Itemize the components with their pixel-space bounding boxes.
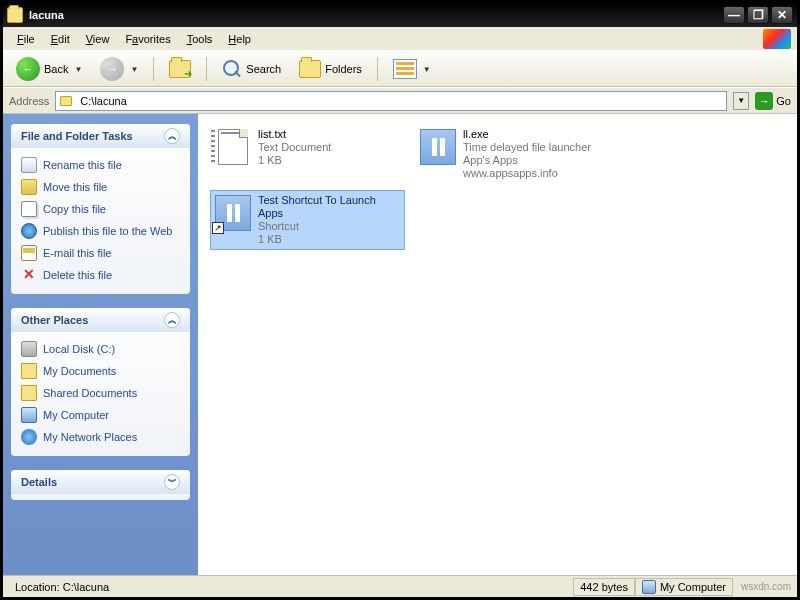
file-type: Time delayed file launcher bbox=[463, 141, 606, 154]
place-label: Local Disk (C:) bbox=[43, 343, 115, 355]
go-label: Go bbox=[776, 95, 791, 107]
menu-favorites[interactable]: Favorites bbox=[117, 31, 178, 47]
file-tasks-panel: File and Folder Tasks ︽ Rename this file… bbox=[11, 124, 190, 294]
folder-icon bbox=[7, 7, 23, 23]
separator bbox=[153, 57, 154, 81]
folder-icon bbox=[60, 96, 72, 106]
menu-tools[interactable]: Tools bbox=[179, 31, 221, 47]
file-item-selected[interactable]: ↗ Test Shortcut To Launch Apps Shortcut … bbox=[210, 190, 405, 250]
place-label: My Network Places bbox=[43, 431, 137, 443]
menu-view[interactable]: View bbox=[78, 31, 118, 47]
search-icon bbox=[222, 59, 242, 79]
go-button[interactable]: → Go bbox=[755, 92, 791, 110]
task-label: Rename this file bbox=[43, 159, 122, 171]
file-tasks-header[interactable]: File and Folder Tasks ︽ bbox=[11, 124, 190, 148]
envelope-icon bbox=[21, 245, 37, 261]
place-label: My Computer bbox=[43, 409, 109, 421]
file-size: 1 KB bbox=[258, 154, 331, 167]
collapse-icon[interactable]: ︽ bbox=[164, 312, 180, 328]
file-size: 1 KB bbox=[258, 233, 401, 246]
maximize-button[interactable]: ❐ bbox=[747, 6, 769, 24]
expand-icon[interactable]: ︾ bbox=[164, 474, 180, 490]
minimize-button[interactable]: — bbox=[723, 6, 745, 24]
views-icon bbox=[393, 59, 417, 79]
task-publish[interactable]: Publish this file to the Web bbox=[21, 220, 180, 242]
search-button[interactable]: Search bbox=[215, 55, 288, 83]
task-move[interactable]: Move this file bbox=[21, 176, 180, 198]
status-location: Location: C:\lacuna bbox=[9, 578, 573, 596]
status-bar: Location: C:\lacuna 442 bytes My Compute… bbox=[3, 575, 797, 597]
move-icon bbox=[21, 179, 37, 195]
task-label: Move this file bbox=[43, 181, 107, 193]
forward-arrow-icon: → bbox=[100, 57, 124, 81]
file-type: Shortcut bbox=[258, 220, 401, 233]
file-tasks-title: File and Folder Tasks bbox=[21, 130, 133, 142]
address-bar: Address ▼ → Go bbox=[3, 87, 797, 113]
back-label: Back bbox=[44, 63, 68, 75]
task-email[interactable]: E-mail this file bbox=[21, 242, 180, 264]
close-button[interactable]: ✕ bbox=[771, 6, 793, 24]
views-button[interactable]: ▼ bbox=[386, 55, 438, 83]
application-icon bbox=[419, 128, 457, 166]
file-info: App's Apps www.appsapps.info bbox=[463, 154, 606, 180]
globe-icon bbox=[21, 223, 37, 239]
task-copy[interactable]: Copy this file bbox=[21, 198, 180, 220]
address-dropdown-button[interactable]: ▼ bbox=[733, 92, 749, 110]
details-title: Details bbox=[21, 476, 57, 488]
folder-up-icon bbox=[169, 60, 191, 78]
back-button[interactable]: ← Back ▼ bbox=[9, 53, 89, 85]
folders-icon bbox=[299, 60, 321, 78]
place-shared-documents[interactable]: Shared Documents bbox=[21, 382, 180, 404]
folder-icon bbox=[21, 363, 37, 379]
task-rename[interactable]: Rename this file bbox=[21, 154, 180, 176]
status-zone-label: My Computer bbox=[660, 581, 726, 593]
place-my-network[interactable]: My Network Places bbox=[21, 426, 180, 448]
menu-file[interactable]: FFileile bbox=[9, 31, 43, 47]
place-label: Shared Documents bbox=[43, 387, 137, 399]
file-type: Text Document bbox=[258, 141, 331, 154]
task-label: Copy this file bbox=[43, 203, 106, 215]
folders-button[interactable]: Folders bbox=[292, 56, 369, 82]
file-item[interactable]: list.txt Text Document 1 KB bbox=[210, 124, 405, 184]
file-name: Test Shortcut To Launch Apps bbox=[258, 194, 401, 220]
task-delete[interactable]: ✕Delete this file bbox=[21, 264, 180, 286]
toolbar: ← Back ▼ → ▼ Search Folders ▼ bbox=[3, 51, 797, 87]
address-label: Address bbox=[9, 95, 49, 107]
windows-flag-icon[interactable] bbox=[763, 29, 791, 49]
back-arrow-icon: ← bbox=[16, 57, 40, 81]
menu-help[interactable]: Help bbox=[220, 31, 259, 47]
file-item[interactable]: ll.exe Time delayed file launcher App's … bbox=[415, 124, 610, 184]
network-icon bbox=[21, 429, 37, 445]
place-my-computer[interactable]: My Computer bbox=[21, 404, 180, 426]
file-list[interactable]: list.txt Text Document 1 KB ll.exe Time … bbox=[198, 114, 797, 575]
place-my-documents[interactable]: My Documents bbox=[21, 360, 180, 382]
views-dropdown-icon[interactable]: ▼ bbox=[423, 65, 431, 74]
back-dropdown-icon[interactable]: ▼ bbox=[74, 65, 82, 74]
other-places-header[interactable]: Other Places ︽ bbox=[11, 308, 190, 332]
content-area: File and Folder Tasks ︽ Rename this file… bbox=[3, 113, 797, 575]
task-pane: File and Folder Tasks ︽ Rename this file… bbox=[3, 114, 198, 575]
forward-button[interactable]: → ▼ bbox=[93, 53, 145, 85]
place-local-disk[interactable]: Local Disk (C:) bbox=[21, 338, 180, 360]
place-label: My Documents bbox=[43, 365, 116, 377]
address-field[interactable] bbox=[55, 91, 727, 111]
shortcut-overlay-icon: ↗ bbox=[212, 222, 224, 234]
separator bbox=[206, 57, 207, 81]
up-button[interactable] bbox=[162, 56, 198, 82]
file-name: list.txt bbox=[258, 128, 331, 141]
address-input[interactable] bbox=[80, 95, 722, 107]
details-header[interactable]: Details ︾ bbox=[11, 470, 190, 494]
collapse-icon[interactable]: ︽ bbox=[164, 128, 180, 144]
watermark: wsxdn.com bbox=[741, 581, 791, 592]
other-places-title: Other Places bbox=[21, 314, 88, 326]
menu-edit[interactable]: Edit bbox=[43, 31, 78, 47]
titlebar[interactable]: lacuna — ❐ ✕ bbox=[3, 3, 797, 27]
folders-label: Folders bbox=[325, 63, 362, 75]
disk-icon bbox=[21, 341, 37, 357]
other-places-panel: Other Places ︽ Local Disk (C:) My Docume… bbox=[11, 308, 190, 456]
forward-dropdown-icon[interactable]: ▼ bbox=[130, 65, 138, 74]
explorer-window: lacuna — ❐ ✕ FFileile Edit View Favorite… bbox=[0, 0, 800, 600]
task-label: Delete this file bbox=[43, 269, 112, 281]
computer-icon bbox=[642, 580, 656, 594]
window-title: lacuna bbox=[29, 9, 721, 21]
